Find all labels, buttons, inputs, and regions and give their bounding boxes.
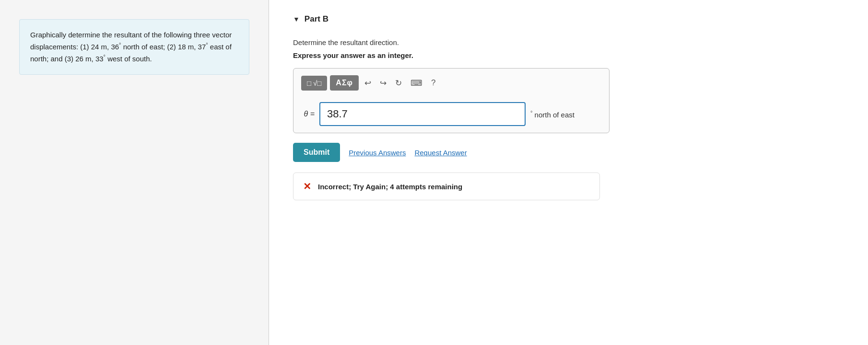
action-row: Submit Previous Answers Request Answer (293, 143, 844, 162)
question-mark-icon: ? (431, 78, 435, 87)
help-button[interactable]: ? (428, 76, 438, 90)
request-answer-button[interactable]: Request Answer (414, 149, 467, 157)
feedback-text: Incorrect; Try Again; 4 attempts remaini… (318, 183, 462, 191)
symbol-button[interactable]: ΑΣφ (330, 75, 359, 91)
part-header: ▼ Part B (293, 14, 844, 24)
degree-symbol: ° (530, 110, 532, 115)
redo-button[interactable]: ↪ (377, 76, 389, 90)
redo-icon: ↪ (380, 79, 387, 88)
question-box: Graphically determine the resultant of t… (19, 19, 249, 75)
previous-answers-button[interactable]: Previous Answers (349, 149, 406, 157)
keyboard-button[interactable]: ⌨ (408, 76, 425, 90)
part-title: Part B (305, 14, 328, 24)
left-panel: Graphically determine the resultant of t… (0, 0, 269, 345)
answer-input[interactable] (319, 102, 526, 126)
toolbar: □ √□ ΑΣφ ↩ ↪ ↻ ⌨ ? (301, 75, 601, 95)
submit-button[interactable]: Submit (293, 143, 340, 162)
undo-button[interactable]: ↩ (362, 76, 374, 90)
undo-icon: ↩ (364, 79, 371, 88)
sqrt-symbol: √□ (313, 79, 321, 87)
answer-box: □ √□ ΑΣφ ↩ ↪ ↻ ⌨ ? θ = (293, 68, 610, 133)
instruction-text: Determine the resultant direction. (293, 38, 844, 46)
square-root-icon: □ (307, 79, 311, 87)
question-text: Graphically determine the resultant of t… (30, 31, 232, 63)
express-instruction: Express your answer as an integer. (293, 51, 844, 59)
direction-label: north of east (535, 111, 575, 119)
input-row: θ = ° north of east (301, 102, 601, 126)
collapse-arrow-icon[interactable]: ▼ (293, 15, 300, 23)
math-template-button[interactable]: □ √□ (301, 76, 327, 91)
alpha-sigma-phi-label: ΑΣφ (336, 79, 353, 87)
error-icon: ✕ (303, 181, 311, 192)
feedback-box: ✕ Incorrect; Try Again; 4 attempts remai… (293, 172, 600, 200)
refresh-icon: ↻ (395, 79, 402, 88)
theta-label: θ = (301, 110, 315, 118)
unit-label: ° north of east (530, 110, 575, 119)
refresh-button[interactable]: ↻ (392, 76, 405, 90)
right-panel: ▼ Part B Determine the resultant directi… (269, 0, 868, 345)
keyboard-icon: ⌨ (411, 79, 422, 88)
